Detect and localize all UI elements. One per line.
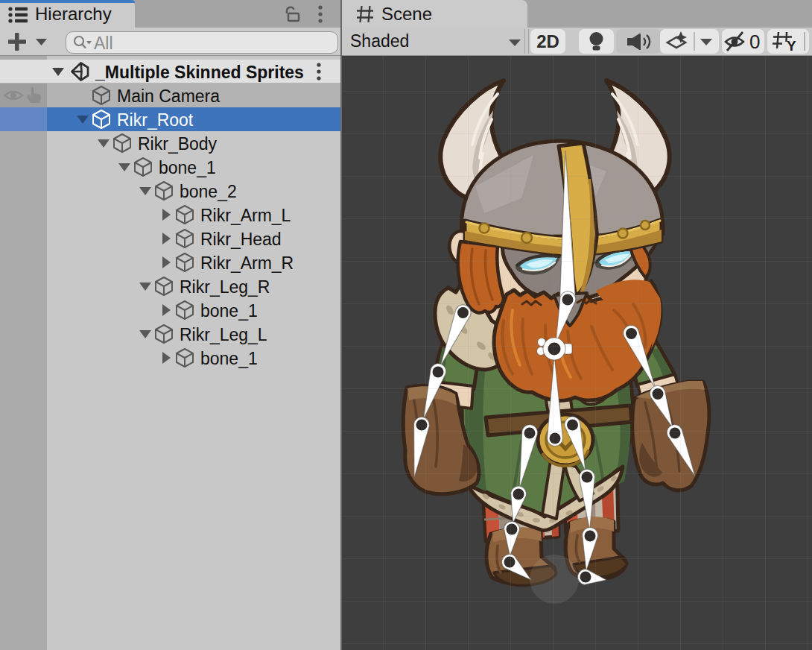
svg-text:Y: Y [787, 38, 796, 54]
svg-text:0: 0 [749, 31, 760, 53]
